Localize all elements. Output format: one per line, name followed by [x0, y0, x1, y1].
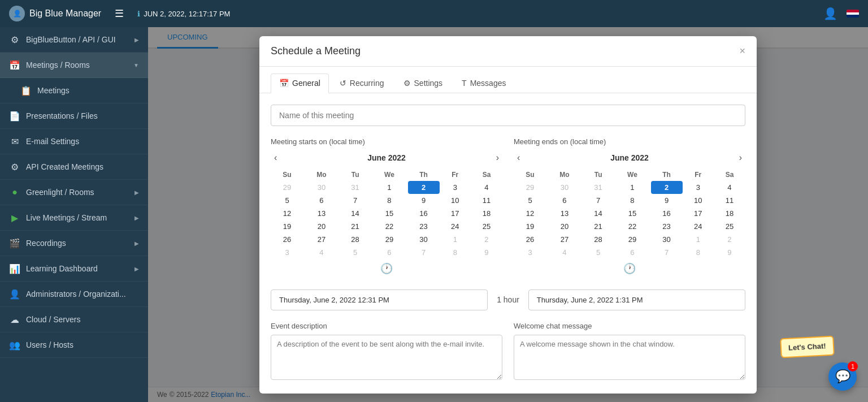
- right-cal-day[interactable]: 12: [514, 207, 546, 220]
- meeting-name-input[interactable]: [271, 105, 745, 126]
- right-cal-day[interactable]: 2: [714, 233, 745, 246]
- left-cal-day[interactable]: 29: [371, 233, 407, 246]
- left-cal-day[interactable]: 23: [408, 220, 440, 233]
- right-cal-day[interactable]: 7: [583, 194, 614, 207]
- left-cal-day[interactable]: 27: [303, 233, 340, 246]
- left-cal-day[interactable]: 25: [471, 220, 502, 233]
- right-cal-day[interactable]: 1: [683, 233, 714, 246]
- sidebar-item-meetings-rooms[interactable]: 📅 Meetings / Rooms: [0, 53, 148, 78]
- right-cal-day[interactable]: 5: [514, 194, 546, 207]
- end-calendar-prev[interactable]: ‹: [514, 152, 523, 164]
- right-cal-day[interactable]: 4: [546, 246, 583, 259]
- left-cal-day[interactable]: 30: [408, 233, 440, 246]
- right-cal-day[interactable]: 14: [583, 207, 614, 220]
- left-cal-day[interactable]: 24: [440, 220, 471, 233]
- left-cal-day[interactable]: 10: [440, 194, 471, 207]
- left-cal-day[interactable]: 5: [271, 194, 303, 207]
- start-time-icon[interactable]: 🕐: [271, 259, 502, 278]
- sidebar-item-administrators[interactable]: 👤 Administrators / Organizati...: [0, 282, 148, 307]
- left-cal-day[interactable]: 13: [303, 207, 340, 220]
- right-cal-day[interactable]: 9: [651, 194, 683, 207]
- left-cal-day[interactable]: 3: [271, 246, 303, 259]
- left-cal-day[interactable]: 18: [471, 207, 502, 220]
- language-flag[interactable]: [847, 10, 859, 18]
- left-cal-day[interactable]: 20: [303, 220, 340, 233]
- left-cal-day[interactable]: 12: [271, 207, 303, 220]
- right-cal-day[interactable]: 20: [546, 220, 583, 233]
- sidebar-item-api-meetings[interactable]: ⚙ API Created Meetings: [0, 154, 148, 180]
- chat-bubble-button[interactable]: 💬 1: [828, 362, 857, 391]
- right-cal-day[interactable]: 30: [651, 233, 683, 246]
- right-cal-day[interactable]: 1: [614, 181, 650, 194]
- event-description-textarea[interactable]: [271, 335, 502, 380]
- sidebar-item-learning-dashboard[interactable]: 📊 Learning Dashboard: [0, 256, 148, 282]
- right-cal-day[interactable]: 9: [714, 246, 745, 259]
- right-cal-day[interactable]: 21: [583, 220, 614, 233]
- sidebar-item-users-hosts[interactable]: 👥 Users / Hosts: [0, 332, 148, 358]
- right-cal-day[interactable]: 17: [683, 207, 714, 220]
- left-cal-day[interactable]: 1: [371, 181, 407, 194]
- sidebar-item-live-meetings[interactable]: ▶ Live Meetings / Stream: [0, 205, 148, 231]
- modal-tab-general[interactable]: 📅 General: [271, 74, 329, 93]
- left-cal-day[interactable]: 21: [340, 220, 371, 233]
- modal-tab-recurring[interactable]: ↺ Recurring: [331, 74, 393, 93]
- right-cal-day[interactable]: 23: [651, 220, 683, 233]
- left-cal-day[interactable]: 4: [471, 181, 502, 194]
- right-cal-day[interactable]: 19: [514, 220, 546, 233]
- right-cal-day[interactable]: 7: [651, 246, 683, 259]
- sidebar-item-presentations[interactable]: 📄 Presentations / Files: [0, 103, 148, 129]
- left-cal-day[interactable]: 8: [371, 194, 407, 207]
- left-cal-day[interactable]: 11: [471, 194, 502, 207]
- right-cal-day[interactable]: 29: [614, 233, 650, 246]
- end-time-icon[interactable]: 🕐: [514, 259, 745, 278]
- right-cal-day[interactable]: 28: [583, 233, 614, 246]
- right-cal-day[interactable]: 5: [583, 246, 614, 259]
- right-cal-day[interactable]: 6: [546, 194, 583, 207]
- right-cal-day[interactable]: 26: [514, 233, 546, 246]
- left-cal-day[interactable]: 6: [371, 246, 407, 259]
- left-cal-day[interactable]: 9: [408, 194, 440, 207]
- modal-tab-settings[interactable]: ⚙ Settings: [395, 74, 452, 93]
- modal-tab-messages[interactable]: T Messages: [453, 74, 514, 93]
- sidebar-item-bigbluebutton[interactable]: ⚙ BigBlueButton / API / GUI: [0, 27, 148, 53]
- right-cal-day[interactable]: 3: [514, 246, 546, 259]
- left-cal-day[interactable]: 19: [271, 220, 303, 233]
- modal-close-button[interactable]: ×: [739, 46, 745, 56]
- left-cal-day[interactable]: 6: [303, 194, 340, 207]
- left-cal-day[interactable]: 28: [340, 233, 371, 246]
- sidebar-item-email-settings[interactable]: ✉ E-mail Settings: [0, 129, 148, 154]
- right-cal-day[interactable]: 27: [546, 233, 583, 246]
- left-cal-day[interactable]: 15: [371, 207, 407, 220]
- start-calendar-next[interactable]: ›: [493, 152, 502, 164]
- sidebar-item-cloud-servers[interactable]: ☁ Cloud / Servers: [0, 307, 148, 332]
- right-cal-day[interactable]: 11: [714, 194, 745, 207]
- right-cal-day[interactable]: 8: [614, 194, 650, 207]
- right-cal-day[interactable]: 31: [583, 181, 614, 194]
- welcome-chat-textarea[interactable]: [514, 335, 745, 380]
- app-logo[interactable]: 👤 Big Blue Manager: [9, 6, 101, 21]
- right-cal-day[interactable]: 10: [683, 194, 714, 207]
- left-cal-day[interactable]: 31: [340, 181, 371, 194]
- left-cal-day[interactable]: 2: [471, 233, 502, 246]
- left-cal-day[interactable]: 5: [340, 246, 371, 259]
- left-cal-day[interactable]: 26: [271, 233, 303, 246]
- sidebar-item-greenlight[interactable]: ● Greenlight / Rooms: [0, 180, 148, 205]
- right-cal-day[interactable]: 30: [546, 181, 583, 194]
- right-cal-day[interactable]: 6: [614, 246, 650, 259]
- right-cal-day[interactable]: 15: [614, 207, 650, 220]
- right-cal-day[interactable]: 29: [514, 181, 546, 194]
- left-cal-day[interactable]: 29: [271, 181, 303, 194]
- sidebar-item-meetings[interactable]: 📋 Meetings: [0, 78, 148, 103]
- left-cal-day[interactable]: 1: [440, 233, 471, 246]
- left-cal-day[interactable]: 2: [408, 181, 440, 194]
- right-cal-day[interactable]: 3: [683, 181, 714, 194]
- left-cal-day[interactable]: 7: [340, 194, 371, 207]
- left-cal-day[interactable]: 30: [303, 181, 340, 194]
- end-calendar-next[interactable]: ›: [736, 152, 745, 164]
- left-cal-day[interactable]: 16: [408, 207, 440, 220]
- left-cal-day[interactable]: 22: [371, 220, 407, 233]
- right-cal-day[interactable]: 13: [546, 207, 583, 220]
- left-cal-day[interactable]: 4: [303, 246, 340, 259]
- right-cal-day[interactable]: 16: [651, 207, 683, 220]
- right-cal-day[interactable]: 2: [651, 181, 683, 194]
